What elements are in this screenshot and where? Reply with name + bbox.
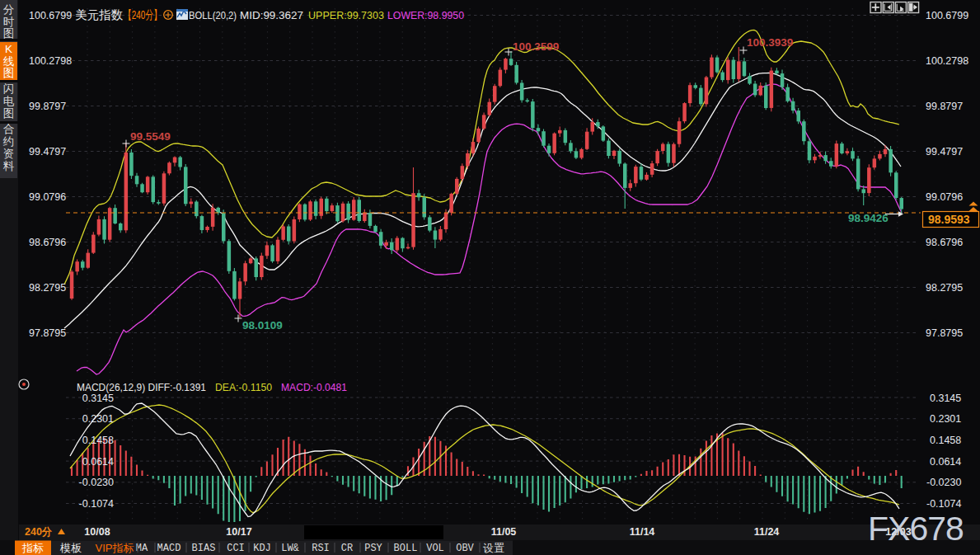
svg-text:100.3939: 100.3939 [747,36,793,49]
svg-text:约: 约 [2,135,15,148]
svg-text:97.8795: 97.8795 [29,327,66,339]
svg-text:0.3145: 0.3145 [82,393,114,404]
svg-text:时: 时 [3,16,15,28]
svg-text:-0.1074: -0.1074 [926,498,961,510]
svg-text:99.0796: 99.0796 [29,191,66,203]
svg-text:MACD(26,12,9) DIFF:-0.1391: MACD(26,12,9) DIFF:-0.1391 [77,381,206,393]
svg-text:98.0109: 98.0109 [242,319,283,332]
svg-text:100.2798: 100.2798 [29,55,72,67]
svg-text:97.8795: 97.8795 [926,327,963,339]
svg-text:RSI: RSI [312,543,330,554]
svg-text:0.1458: 0.1458 [930,435,961,446]
svg-text:图: 图 [3,27,15,40]
svg-text:CR: CR [341,543,353,554]
svg-text:-0.1074: -0.1074 [79,498,114,510]
svg-text:99.8797: 99.8797 [926,101,963,112]
svg-text:99.5549: 99.5549 [130,130,171,143]
svg-text:98.2795: 98.2795 [926,282,963,294]
svg-text:98.9426: 98.9426 [848,212,889,224]
svg-text:LOWER:98.9950: LOWER:98.9950 [387,9,464,21]
svg-text:LW&: LW& [281,543,299,554]
svg-text:模板: 模板 [59,542,82,554]
svg-text:0.0614: 0.0614 [930,456,961,468]
svg-text:VIP指标: VIP指标 [96,542,134,554]
svg-text:99.4797: 99.4797 [926,146,963,158]
svg-text:10/17: 10/17 [226,526,251,538]
svg-text:MID:99.3627: MID:99.3627 [240,9,303,21]
svg-text:料: 料 [3,160,15,172]
svg-text:0.1458: 0.1458 [82,435,114,446]
svg-text:BOLL(20,2): BOLL(20,2) [189,9,237,21]
svg-text:【240分】: 【240分】 [124,8,162,21]
svg-text:资: 资 [3,148,15,160]
svg-text:图: 图 [3,67,15,79]
svg-text:DEA:-0.1150: DEA:-0.1150 [215,381,272,393]
svg-text:100.2798: 100.2798 [926,55,968,67]
svg-text:BIAS: BIAS [192,543,216,554]
svg-text:设置: 设置 [483,542,504,554]
svg-text:美元指数: 美元指数 [75,8,124,21]
svg-text:闪: 闪 [3,82,15,95]
svg-text:合: 合 [3,123,15,135]
svg-text:99.4797: 99.4797 [29,146,66,158]
svg-text:OBV: OBV [456,543,474,554]
svg-text:98.6796: 98.6796 [29,237,66,248]
svg-text:-0.0230: -0.0230 [79,477,114,488]
svg-text:指标: 指标 [21,542,44,554]
svg-text:CCI: CCI [227,543,245,554]
svg-text:线: 线 [3,55,15,68]
svg-text:240分: 240分 [25,526,53,538]
svg-text:MACD: MACD [157,543,181,554]
svg-text:KDJ: KDJ [253,543,271,554]
svg-text:UPPER:99.7303: UPPER:99.7303 [308,9,384,21]
svg-text:PSY: PSY [364,543,382,554]
svg-text:BOLL: BOLL [394,543,418,554]
svg-text:100.3599: 100.3599 [513,40,559,53]
svg-text:分: 分 [3,3,15,16]
svg-text:11/14: 11/14 [630,526,655,538]
svg-text:100.6799: 100.6799 [926,10,968,21]
svg-text:11/05: 11/05 [491,526,517,538]
svg-text:MACD:-0.0481: MACD:-0.0481 [281,381,347,393]
svg-text:VOL: VOL [426,543,444,554]
svg-text:100.6799: 100.6799 [29,10,72,21]
svg-text:98.6796: 98.6796 [926,237,963,248]
svg-text:11/24: 11/24 [754,526,780,538]
svg-text:98.9593: 98.9593 [928,213,970,226]
svg-text:电: 电 [3,95,15,107]
svg-text:99.8797: 99.8797 [29,101,66,112]
svg-text:0.0614: 0.0614 [82,456,114,468]
svg-text:99.0796: 99.0796 [926,191,963,203]
svg-text:0.2301: 0.2301 [930,413,961,425]
svg-text:0.2301: 0.2301 [82,413,114,425]
svg-text:10/08: 10/08 [84,526,110,538]
svg-text:-0.0230: -0.0230 [926,477,961,488]
svg-text:K: K [5,43,12,55]
svg-text:0.3145: 0.3145 [930,393,961,404]
svg-text:98.2795: 98.2795 [29,282,66,294]
svg-text:图: 图 [3,107,15,120]
